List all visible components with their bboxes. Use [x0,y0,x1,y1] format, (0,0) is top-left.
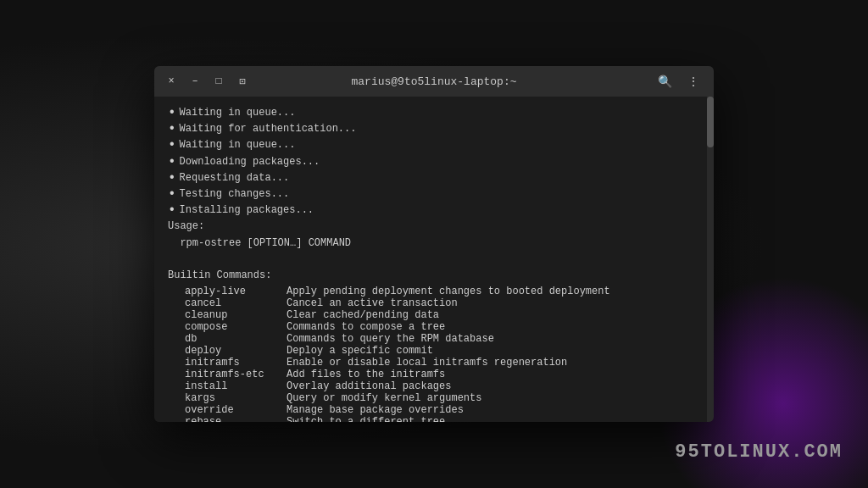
cmd-desc: Switch to a different tree [287,416,445,422]
cmd-name: initramfs-etc [168,369,287,380]
window-title: marius@9to5linux-laptop:~ [351,75,516,88]
table-row: cleanupClear cached/pending data [168,309,700,321]
watermark: 95TOLINUX.COM [675,441,843,463]
terminal-body[interactable]: • Waiting in queue... • Waiting for auth… [154,97,714,422]
maximize-button[interactable]: □ [210,73,227,90]
bullet-line-4: • Downloading packages... [168,154,700,170]
cmd-desc: Clear cached/pending data [287,309,439,321]
table-row: overrideManage base package overrides [168,404,700,416]
usage-label: Usage: [168,219,700,235]
cmd-name: apply-live [168,286,287,297]
cmd-name: kargs [168,392,287,404]
cmd-name: cancel [168,297,287,309]
cmd-desc: Manage base package overrides [287,404,464,416]
close-button[interactable]: × [163,73,180,90]
cmd-desc: Enable or disable local initramfs regene… [287,357,567,369]
terminal-content: • Waiting in queue... • Waiting for auth… [168,105,700,422]
cmd-desc: Deploy a specific commit [287,345,433,357]
terminal-window: × – □ ⊡ marius@9to5linux-laptop:~ 🔍 ⋮ • … [154,66,714,422]
blank-line [168,252,700,268]
cmd-name: rebase [168,416,287,422]
cmd-name: install [168,380,287,392]
table-row: dbCommands to query the RPM database [168,333,700,345]
search-button[interactable]: 🔍 [653,69,676,93]
table-row: installOverlay additional packages [168,380,700,392]
builtin-section-header: Builtin Commands: [168,268,700,284]
minimize-button[interactable]: – [186,73,203,90]
cmd-name: db [168,333,287,345]
cmd-desc: Overlay additional packages [287,380,451,392]
titlebar-actions: 🔍 ⋮ [653,69,705,93]
cmd-desc: Query or modify kernel arguments [287,392,481,404]
table-row: rebaseSwitch to a different tree [168,416,700,422]
menu-button[interactable]: ⋮ [682,69,705,93]
cmd-desc: Commands to query the RPM database [287,333,494,345]
bullet-line-5: • Requesting data... [168,170,700,186]
screenshot-button[interactable]: ⊡ [234,73,251,90]
cmd-desc: Commands to compose a tree [287,321,445,333]
bullet-line-7: • Installing packages... [168,202,700,219]
cmd-name: compose [168,321,287,333]
cmd-desc: Add files to the initramfs [287,369,445,380]
cmd-name: cleanup [168,309,287,321]
scrollbar-thumb[interactable] [707,97,714,147]
table-row: cancelCancel an active transaction [168,297,700,309]
table-row: initramfs-etcAdd files to the initramfs [168,369,700,380]
table-row: kargsQuery or modify kernel arguments [168,392,700,404]
cmd-desc: Cancel an active transaction [287,297,458,309]
cmd-desc: Apply pending deployment changes to boot… [287,286,610,297]
table-row: composeCommands to compose a tree [168,321,700,333]
scrollbar[interactable] [707,97,714,422]
titlebar: × – □ ⊡ marius@9to5linux-laptop:~ 🔍 ⋮ [154,66,714,97]
table-row: initramfsEnable or disable local initram… [168,357,700,369]
cmd-name: deploy [168,345,287,357]
table-row: apply-liveApply pending deployment chang… [168,286,700,297]
cmd-name: initramfs [168,357,287,369]
usage-cmd: rpm-ostree [OPTION…] COMMAND [168,236,700,252]
bullet-line-1: • Waiting in queue... [168,105,700,121]
bullet-line-2: • Waiting for authentication... [168,121,700,137]
bullet-line-3: • Waiting in queue... [168,137,700,153]
cmd-name: override [168,404,287,416]
commands-table: apply-liveApply pending deployment chang… [168,286,700,422]
table-row: deployDeploy a specific commit [168,345,700,357]
window-controls: × – □ ⊡ [163,73,251,90]
bullet-line-6: • Testing changes... [168,186,700,202]
